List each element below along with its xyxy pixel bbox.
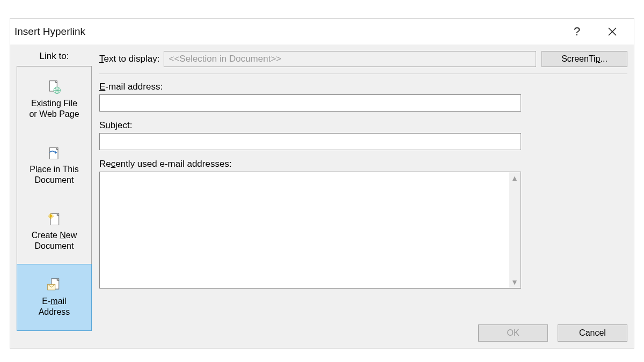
document-place-icon — [47, 146, 62, 161]
linkto-list: Existing File or Web Page Place in This … — [17, 66, 92, 331]
dialog-title: Insert Hyperlink — [14, 26, 85, 38]
sidebar-item-label: Place in This Document — [30, 164, 78, 184]
text-to-display-row: Text to display: ScreenTip... — [99, 51, 627, 67]
email-address-input[interactable] — [99, 94, 521, 112]
sidebar-item-label: Existing File or Web Page — [29, 98, 79, 119]
help-icon[interactable]: ? — [568, 23, 586, 40]
subject-label: Subject: — [99, 120, 521, 131]
close-icon[interactable] — [604, 23, 621, 40]
email-address-label: E-mail address: — [99, 82, 521, 92]
window-controls: ? — [568, 19, 631, 45]
email-document-icon — [47, 278, 62, 293]
insert-hyperlink-dialog: Insert Hyperlink ? Link to: — [10, 18, 634, 349]
sidebar-item-existing-file[interactable]: Existing File or Web Page — [17, 67, 91, 132]
scroll-up-icon[interactable]: ▲ — [511, 174, 518, 182]
linkto-sidebar: Link to: Existing File or Web Page — [17, 51, 92, 342]
sidebar-item-place-in-document[interactable]: Place in This Document — [17, 132, 91, 198]
sidebar-item-label: Create New Document — [32, 230, 77, 250]
subject-input[interactable] — [99, 133, 521, 150]
sidebar-item-create-new-document[interactable]: Create New Document — [17, 198, 91, 264]
cancel-button[interactable]: Cancel — [558, 324, 627, 342]
linkto-label: Link to: — [17, 51, 92, 62]
file-web-icon — [47, 80, 62, 95]
new-document-icon — [47, 212, 62, 227]
help-glyph: ? — [574, 25, 580, 39]
main-panel: Text to display: ScreenTip... E-mail add… — [99, 51, 627, 342]
text-to-display-input — [164, 51, 536, 67]
dialog-footer: OK Cancel — [99, 318, 627, 342]
dialog-body: Link to: Existing File or Web Page — [10, 45, 634, 348]
divider — [99, 73, 627, 74]
sidebar-item-label: E-mail Address — [39, 296, 70, 316]
email-form: E-mail address: Subject: Recently used e… — [99, 82, 521, 289]
scrollbar[interactable]: ▲ ▼ — [509, 172, 521, 288]
scroll-down-icon[interactable]: ▼ — [511, 278, 518, 286]
titlebar: Insert Hyperlink ? — [10, 19, 634, 45]
ok-button: OK — [478, 324, 548, 342]
recent-emails-listbox[interactable]: ▲ ▼ — [99, 172, 521, 289]
screentip-button[interactable]: ScreenTip... — [541, 51, 627, 67]
text-to-display-label: Text to display: — [99, 54, 159, 64]
recent-emails-label: Recently used e-mail addresses: — [99, 159, 521, 169]
sidebar-item-email-address[interactable]: E-mail Address — [17, 264, 92, 331]
